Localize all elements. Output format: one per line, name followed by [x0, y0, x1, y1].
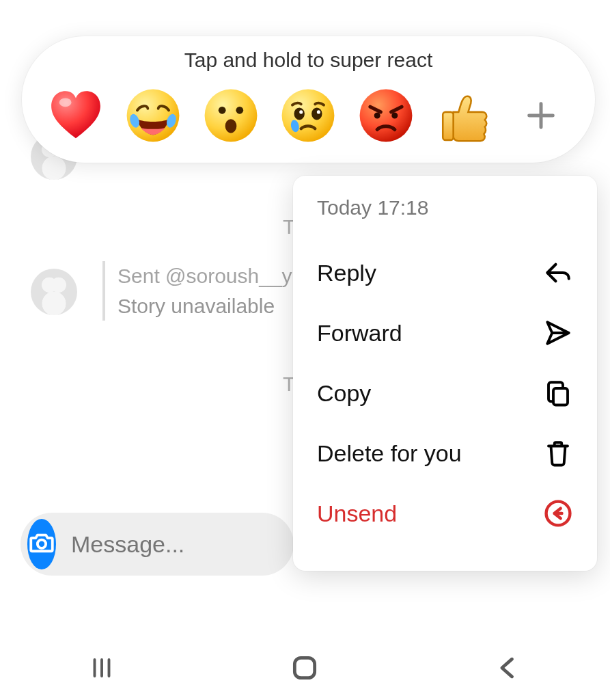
story-share-caption: Sent @soroush__y' [117, 261, 296, 291]
menu-item-label: Reply [317, 260, 376, 286]
svg-rect-18 [443, 111, 453, 139]
svg-point-13 [317, 110, 320, 113]
svg-point-8 [225, 119, 237, 133]
unsend-icon [543, 498, 573, 528]
message-context-menu: Today 17:18 Reply Forward Copy [293, 176, 597, 571]
menu-item-unsend[interactable]: Unsend [317, 483, 573, 543]
recents-icon [89, 656, 114, 683]
svg-point-7 [236, 106, 243, 113]
menu-item-label: Unsend [317, 500, 397, 527]
menu-item-label: Delete for you [317, 440, 462, 467]
thumbs-up-icon [436, 88, 492, 146]
reaction-pleading-cry[interactable] [276, 84, 341, 149]
reaction-thumbs-up[interactable] [431, 84, 496, 149]
home-icon [290, 653, 320, 686]
avatar [31, 269, 77, 315]
chat-screen: Toda Sent @soroush__y' Story unavailable… [0, 0, 610, 700]
plus-icon [523, 98, 559, 136]
reply-arrow-icon [543, 258, 573, 288]
svg-point-1 [59, 98, 71, 107]
nav-home-button[interactable] [264, 652, 346, 686]
story-share-message[interactable]: Sent @soroush__y' Story unavailable [102, 261, 296, 321]
camera-button[interactable] [27, 519, 56, 569]
reaction-heart[interactable] [43, 84, 108, 149]
open-mouth-face-icon [203, 88, 259, 146]
svg-point-9 [282, 89, 335, 142]
message-input-bar [20, 513, 294, 576]
reaction-open-mouth[interactable] [198, 84, 263, 149]
reaction-joy[interactable] [121, 84, 186, 149]
back-chevron-icon [493, 653, 523, 686]
svg-point-12 [300, 110, 303, 113]
svg-point-10 [294, 107, 305, 120]
angry-face-icon [358, 88, 414, 146]
reaction-hint-text: Tap and hold to super react [22, 49, 595, 72]
context-menu-timestamp: Today 17:18 [317, 196, 573, 219]
android-nav-bar [0, 638, 610, 700]
menu-item-copy[interactable]: Copy [317, 363, 573, 423]
camera-icon [27, 528, 56, 560]
svg-point-11 [312, 107, 322, 120]
svg-point-17 [391, 112, 398, 118]
joy-face-icon [125, 88, 181, 146]
svg-point-15 [360, 89, 413, 142]
story-unavailable-label: Story unavailable [117, 291, 296, 321]
svg-rect-21 [295, 658, 315, 677]
svg-point-0 [38, 540, 46, 548]
menu-item-delete-for-you[interactable]: Delete for you [317, 423, 573, 483]
svg-point-16 [374, 112, 380, 118]
trash-icon [543, 438, 573, 468]
svg-point-5 [204, 89, 257, 142]
reaction-row [22, 84, 595, 149]
reaction-angry[interactable] [354, 84, 419, 149]
reaction-add-more[interactable] [509, 84, 574, 149]
paper-plane-icon [543, 318, 573, 348]
svg-point-6 [219, 106, 226, 113]
heart-icon [48, 88, 104, 146]
svg-rect-19 [553, 388, 568, 405]
menu-item-label: Forward [317, 320, 402, 347]
copy-icon [543, 378, 573, 408]
menu-item-reply[interactable]: Reply [317, 243, 573, 303]
reaction-picker: Tap and hold to super react [22, 36, 595, 163]
menu-item-forward[interactable]: Forward [317, 303, 573, 363]
menu-item-label: Copy [317, 380, 371, 407]
nav-back-button[interactable] [467, 652, 549, 686]
crying-face-icon [280, 88, 336, 146]
nav-recents-button[interactable] [61, 652, 143, 686]
